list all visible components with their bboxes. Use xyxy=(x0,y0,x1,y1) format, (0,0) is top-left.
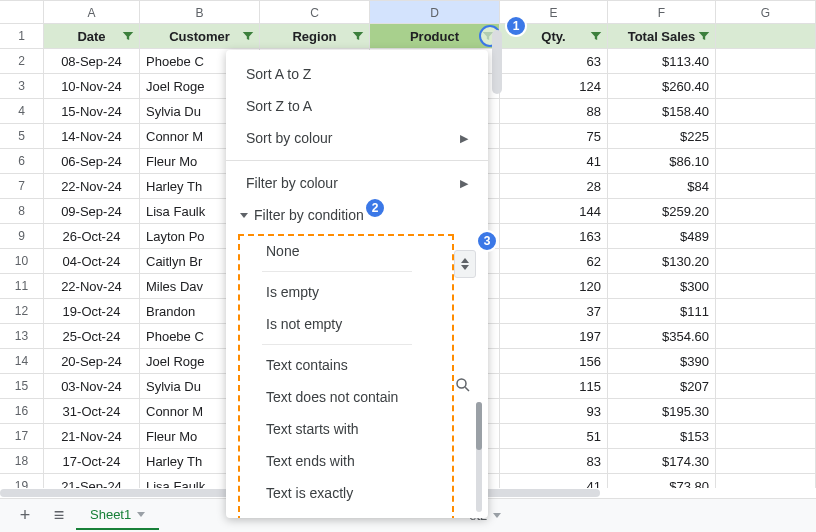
cell-empty[interactable] xyxy=(716,124,816,149)
cell-empty[interactable] xyxy=(716,199,816,224)
cell-date[interactable]: 19-Oct-24 xyxy=(44,299,140,324)
cell-date[interactable]: 03-Nov-24 xyxy=(44,374,140,399)
row-number[interactable]: 11 xyxy=(0,274,44,299)
cell-qty[interactable]: 63 xyxy=(500,49,608,74)
cell-total[interactable]: $113.40 xyxy=(608,49,716,74)
col-header-A[interactable]: A xyxy=(44,0,140,23)
cell-total[interactable]: $390 xyxy=(608,349,716,374)
scrollbar-thumb[interactable] xyxy=(476,402,482,450)
tab-sheet1[interactable]: Sheet1 xyxy=(76,502,159,530)
cell-total[interactable]: $489 xyxy=(608,224,716,249)
header-product[interactable]: Product xyxy=(370,24,500,49)
filter-icon[interactable] xyxy=(589,29,603,43)
menu-sort-colour[interactable]: Sort by colour▶ xyxy=(226,122,488,154)
cell-qty[interactable]: 197 xyxy=(500,324,608,349)
filter-icon[interactable] xyxy=(121,29,135,43)
cell-date[interactable]: 31-Oct-24 xyxy=(44,399,140,424)
cell-total[interactable]: $153 xyxy=(608,424,716,449)
cell-empty[interactable] xyxy=(716,349,816,374)
cell-date[interactable]: 22-Nov-24 xyxy=(44,274,140,299)
menu-filter-condition[interactable]: Filter by condition xyxy=(226,199,488,231)
cell-empty[interactable] xyxy=(716,299,816,324)
cell-qty[interactable]: 88 xyxy=(500,99,608,124)
cell-date[interactable]: 17-Oct-24 xyxy=(44,449,140,474)
scrollbar-thumb[interactable] xyxy=(492,30,502,94)
cell-date[interactable]: 25-Oct-24 xyxy=(44,324,140,349)
cell-qty[interactable]: 93 xyxy=(500,399,608,424)
menu-sort-az[interactable]: Sort A to Z xyxy=(226,58,488,90)
cell-date[interactable]: 06-Sep-24 xyxy=(44,149,140,174)
menu-sort-za[interactable]: Sort Z to A xyxy=(226,90,488,122)
cell-empty[interactable] xyxy=(716,174,816,199)
header-customer[interactable]: Customer xyxy=(140,24,260,49)
cell-qty[interactable]: 51 xyxy=(500,424,608,449)
cell-empty[interactable] xyxy=(716,324,816,349)
all-sheets-button[interactable]: ≡ xyxy=(42,502,76,530)
cell-total[interactable]: $158.40 xyxy=(608,99,716,124)
cell-date[interactable]: 15-Nov-24 xyxy=(44,99,140,124)
tab-dropdown-icon[interactable] xyxy=(493,513,501,518)
cell-total[interactable]: $195.30 xyxy=(608,399,716,424)
cell-qty[interactable]: 28 xyxy=(500,174,608,199)
cell-qty[interactable]: 120 xyxy=(500,274,608,299)
row-number[interactable]: 9 xyxy=(0,224,44,249)
cell-total[interactable]: $130.20 xyxy=(608,249,716,274)
row-number[interactable]: 17 xyxy=(0,424,44,449)
cell-empty[interactable] xyxy=(716,374,816,399)
cell-empty[interactable] xyxy=(716,49,816,74)
header-date[interactable]: Date xyxy=(44,24,140,49)
cell-total[interactable]: $259.20 xyxy=(608,199,716,224)
cell-total[interactable]: $260.40 xyxy=(608,74,716,99)
col-header-B[interactable]: B xyxy=(140,0,260,23)
cell-date[interactable]: 14-Nov-24 xyxy=(44,124,140,149)
filter-icon[interactable] xyxy=(351,29,365,43)
cell-qty[interactable]: 37 xyxy=(500,299,608,324)
cell-date[interactable]: 10-Nov-24 xyxy=(44,74,140,99)
cond-text-not-contain[interactable]: Text does not contain xyxy=(250,381,488,413)
menu-scrollbar[interactable] xyxy=(492,30,502,500)
menu-filter-colour[interactable]: Filter by colour▶ xyxy=(226,167,488,199)
cell-empty[interactable] xyxy=(716,449,816,474)
cell-qty[interactable]: 62 xyxy=(500,249,608,274)
cell-date[interactable]: 21-Nov-24 xyxy=(44,424,140,449)
tab-dropdown-icon[interactable] xyxy=(137,512,145,517)
cell-empty[interactable] xyxy=(716,74,816,99)
cell-date[interactable]: 20-Sep-24 xyxy=(44,349,140,374)
add-sheet-button[interactable]: + xyxy=(8,502,42,530)
cell-empty[interactable] xyxy=(716,149,816,174)
row-number[interactable]: 5 xyxy=(0,124,44,149)
cond-none[interactable]: None xyxy=(250,235,488,267)
header-empty[interactable] xyxy=(716,24,816,49)
cell-qty[interactable]: 156 xyxy=(500,349,608,374)
cell-date[interactable]: 09-Sep-24 xyxy=(44,199,140,224)
row-number[interactable]: 14 xyxy=(0,349,44,374)
cell-total[interactable]: $86.10 xyxy=(608,149,716,174)
filter-icon[interactable] xyxy=(241,29,255,43)
row-number[interactable]: 1 xyxy=(0,24,44,49)
col-header-C[interactable]: C xyxy=(260,0,370,23)
cell-date[interactable]: 22-Nov-24 xyxy=(44,174,140,199)
cell-qty[interactable]: 163 xyxy=(500,224,608,249)
filter-icon[interactable] xyxy=(697,29,711,43)
cell-empty[interactable] xyxy=(716,399,816,424)
row-number[interactable]: 8 xyxy=(0,199,44,224)
row-number[interactable]: 13 xyxy=(0,324,44,349)
col-header-D[interactable]: D xyxy=(370,0,500,23)
row-number[interactable]: 18 xyxy=(0,449,44,474)
select-all-corner[interactable] xyxy=(0,0,44,23)
row-number[interactable]: 16 xyxy=(0,399,44,424)
cell-qty[interactable]: 124 xyxy=(500,74,608,99)
row-number[interactable]: 15 xyxy=(0,374,44,399)
cell-date[interactable]: 04-Oct-24 xyxy=(44,249,140,274)
cell-total[interactable]: $111 xyxy=(608,299,716,324)
cond-text-exactly[interactable]: Text is exactly xyxy=(250,477,488,509)
condition-stepper[interactable] xyxy=(454,250,476,278)
cond-text-contains[interactable]: Text contains xyxy=(250,349,488,381)
cell-empty[interactable] xyxy=(716,424,816,449)
cell-total[interactable]: $354.60 xyxy=(608,324,716,349)
cell-total[interactable]: $207 xyxy=(608,374,716,399)
cell-total[interactable]: $84 xyxy=(608,174,716,199)
col-header-F[interactable]: F xyxy=(608,0,716,23)
header-region[interactable]: Region xyxy=(260,24,370,49)
cell-qty[interactable]: 115 xyxy=(500,374,608,399)
